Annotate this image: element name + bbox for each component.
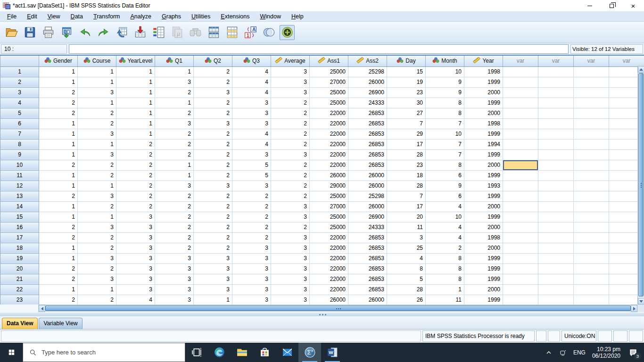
menu-utilities[interactable]: Utilities: [186, 12, 215, 21]
data-cell[interactable]: 2: [116, 181, 155, 191]
data-cell[interactable]: 26900: [348, 212, 387, 222]
row-header-19[interactable]: 19: [0, 253, 39, 263]
data-cell[interactable]: 25000: [310, 87, 348, 98]
data-cell[interactable]: [503, 139, 538, 149]
data-cell[interactable]: 4: [232, 66, 271, 77]
menu-help[interactable]: Help: [286, 12, 309, 21]
data-cell[interactable]: 1999: [464, 98, 503, 108]
data-cell[interactable]: 1999: [464, 170, 503, 181]
data-cell[interactable]: 2: [155, 243, 194, 253]
data-cell[interactable]: 1993: [464, 181, 503, 191]
data-cell[interactable]: [538, 77, 574, 87]
data-cell[interactable]: 3: [116, 274, 155, 284]
data-cell[interactable]: 2: [78, 232, 116, 243]
data-cell[interactable]: 3: [271, 232, 310, 243]
data-cell[interactable]: 2: [39, 295, 78, 304]
data-cell[interactable]: 2: [232, 191, 271, 201]
vertical-scrollbar[interactable]: [637, 66, 644, 304]
file-explorer-taskbar-icon[interactable]: [231, 343, 253, 362]
column-header-var[interactable]: var: [609, 55, 644, 66]
data-cell[interactable]: 2: [78, 170, 116, 181]
data-cell[interactable]: 26000: [348, 295, 387, 304]
horizontal-scrollbar[interactable]: [39, 304, 637, 312]
data-cell[interactable]: 2: [194, 222, 232, 232]
data-cell[interactable]: 2000: [464, 284, 503, 295]
data-cell[interactable]: [538, 87, 574, 98]
data-cell[interactable]: 24333: [348, 98, 387, 108]
data-cell[interactable]: 11: [387, 222, 426, 232]
data-cell[interactable]: 2: [232, 212, 271, 222]
data-cell[interactable]: [574, 253, 609, 263]
data-cell[interactable]: [574, 212, 609, 222]
recall-dialogs-icon[interactable]: [59, 25, 74, 40]
data-cell[interactable]: 2: [271, 160, 310, 170]
menu-graphs[interactable]: Graphs: [157, 12, 186, 21]
data-cell[interactable]: [574, 263, 609, 274]
row-header-18[interactable]: 18: [0, 243, 39, 253]
data-cell[interactable]: [503, 284, 538, 295]
data-cell[interactable]: 2: [78, 243, 116, 253]
data-cell[interactable]: 3: [78, 149, 116, 160]
data-cell[interactable]: 2: [155, 149, 194, 160]
vertical-scroll-thumb[interactable]: [638, 73, 644, 296]
data-cell[interactable]: 3: [271, 263, 310, 274]
data-cell[interactable]: [503, 253, 538, 263]
undo-icon[interactable]: [77, 25, 92, 40]
data-cell[interactable]: 3: [194, 87, 232, 98]
data-cell[interactable]: 7: [387, 191, 426, 201]
scroll-right-button[interactable]: [631, 305, 637, 312]
menu-analyze[interactable]: Analyze: [125, 12, 157, 21]
data-cell[interactable]: [503, 87, 538, 98]
row-header-11[interactable]: 11: [0, 170, 39, 181]
data-cell[interactable]: 3: [271, 87, 310, 98]
data-cell[interactable]: 2: [271, 170, 310, 181]
data-cell[interactable]: [538, 284, 574, 295]
select-cases-icon[interactable]: [224, 25, 239, 40]
data-cell[interactable]: [503, 118, 538, 129]
data-cell[interactable]: [503, 263, 538, 274]
data-cell[interactable]: 8: [426, 160, 464, 170]
data-cell[interactable]: 3: [232, 274, 271, 284]
data-cell[interactable]: 1999: [464, 77, 503, 87]
data-cell[interactable]: 2: [155, 212, 194, 222]
action-center-button[interactable]: 3: [627, 346, 639, 359]
row-header-21[interactable]: 21: [0, 274, 39, 284]
data-cell[interactable]: 8: [426, 108, 464, 118]
data-cell[interactable]: 3: [78, 87, 116, 98]
data-cell[interactable]: 2: [271, 108, 310, 118]
data-cell[interactable]: 3: [271, 201, 310, 212]
restore-button[interactable]: [601, 0, 622, 11]
data-cell[interactable]: 1: [39, 129, 78, 139]
data-cell[interactable]: 8: [426, 98, 464, 108]
open-data-icon[interactable]: [4, 25, 19, 40]
data-cell[interactable]: 1: [194, 295, 232, 304]
data-cell[interactable]: [503, 181, 538, 191]
data-cell[interactable]: [503, 232, 538, 243]
data-cell[interactable]: 1: [39, 284, 78, 295]
data-cell[interactable]: 2: [39, 108, 78, 118]
data-cell[interactable]: 2: [232, 232, 271, 243]
data-cell[interactable]: 25000: [310, 98, 348, 108]
data-cell[interactable]: 3: [271, 284, 310, 295]
data-cell[interactable]: [503, 149, 538, 160]
data-cell[interactable]: 3: [116, 243, 155, 253]
menu-data[interactable]: Data: [66, 12, 88, 21]
data-cell[interactable]: 1: [39, 170, 78, 181]
data-cell[interactable]: 2: [39, 263, 78, 274]
data-cell[interactable]: 2: [78, 201, 116, 212]
data-cell[interactable]: 1: [39, 77, 78, 87]
data-cell[interactable]: 3: [155, 253, 194, 263]
data-cell[interactable]: 1: [155, 66, 194, 77]
data-cell[interactable]: 3: [116, 284, 155, 295]
data-cell[interactable]: [538, 149, 574, 160]
data-cell[interactable]: 7: [426, 139, 464, 149]
data-cell[interactable]: [538, 66, 574, 77]
data-cell[interactable]: 3: [232, 108, 271, 118]
data-cell[interactable]: 3: [78, 191, 116, 201]
data-cell[interactable]: 2: [116, 201, 155, 212]
column-header-day[interactable]: Day: [387, 55, 426, 66]
data-cell[interactable]: 4: [232, 87, 271, 98]
tab-data-view[interactable]: Data View: [2, 318, 38, 329]
data-cell[interactable]: 3: [155, 77, 194, 87]
data-cell[interactable]: 26853: [348, 274, 387, 284]
